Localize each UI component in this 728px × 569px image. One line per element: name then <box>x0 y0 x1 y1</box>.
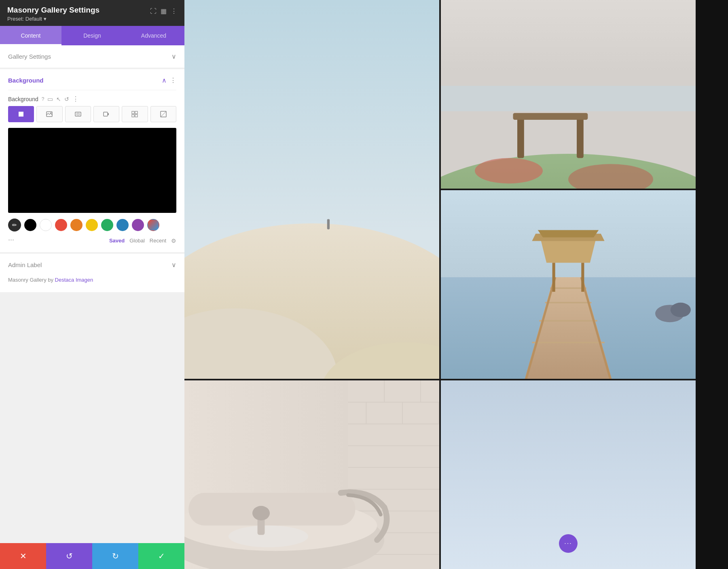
bg-type-pattern[interactable] <box>122 106 148 122</box>
gallery-image-room[interactable] <box>184 380 439 569</box>
color-tab-saved[interactable]: Saved <box>109 238 125 244</box>
swatch-yellow[interactable] <box>86 219 98 231</box>
cursor-icon[interactable]: ↖ <box>56 96 61 102</box>
admin-label-section: Admin Label ∨ Masonry Gallery by Destaca… <box>0 254 184 292</box>
right-panel: ··· <box>184 0 728 569</box>
swatch-purple[interactable] <box>132 219 144 231</box>
bg-type-photo[interactable] <box>65 106 91 122</box>
more-options-button[interactable]: ··· <box>559 534 578 553</box>
svg-rect-18 <box>327 219 330 229</box>
background-more-icon[interactable]: ⋮ <box>170 76 176 84</box>
svg-rect-22 <box>517 116 524 158</box>
swatch-blue[interactable] <box>116 219 129 231</box>
background-type-row <box>8 106 176 122</box>
gallery-area: ··· <box>184 0 696 569</box>
svg-point-1 <box>20 113 22 115</box>
gallery-image-sky[interactable]: ··· <box>441 380 696 569</box>
color-edit-button[interactable]: ✏ <box>8 219 21 231</box>
svg-rect-10 <box>132 115 134 117</box>
svg-marker-40 <box>538 230 599 238</box>
bg-type-image[interactable] <box>36 106 62 122</box>
background-row-label: Background <box>8 96 38 102</box>
panel-header: Masonry Gallery Settings Preset: Default… <box>0 0 184 26</box>
redo-button[interactable]: ↻ <box>92 543 138 569</box>
svg-rect-8 <box>132 111 134 114</box>
reset-icon[interactable]: ↺ <box>64 96 69 102</box>
gallery-settings-label: Gallery Settings <box>8 53 51 60</box>
panel-footer: ✕ ↺ ↻ ✓ <box>0 543 184 569</box>
more-options-icon[interactable]: ⋮ <box>171 7 177 15</box>
tab-design[interactable]: Design <box>61 26 123 45</box>
gallery-image-pier[interactable] <box>441 190 696 379</box>
admin-label-header[interactable]: Admin Label ∨ <box>0 254 184 276</box>
credit-link[interactable]: Destaca Imagen <box>55 277 93 283</box>
undo-button[interactable]: ↺ <box>46 543 92 569</box>
color-tab-recent[interactable]: Recent <box>150 238 166 244</box>
swatch-red[interactable] <box>55 219 67 231</box>
admin-label-title: Admin Label <box>8 261 42 268</box>
background-section: Background ∧ ⋮ Background ? ▭ ↖ ↺ ⋮ <box>0 69 184 252</box>
gallery-settings-chevron[interactable]: ∨ <box>171 53 176 60</box>
sidebar-icon[interactable]: ▦ <box>161 7 167 15</box>
background-section-header: Background ∧ ⋮ <box>8 69 176 90</box>
bg-type-mask[interactable] <box>150 106 176 122</box>
svg-point-42 <box>671 303 691 317</box>
undo-icon: ↺ <box>66 551 73 561</box>
svg-line-13 <box>161 111 166 117</box>
expand-icon[interactable]: ⛶ <box>150 8 157 15</box>
admin-credit: Masonry Gallery by Destaca Imagen <box>0 276 184 292</box>
gallery-settings-header[interactable]: Gallery Settings ∨ <box>0 45 184 68</box>
svg-rect-6 <box>104 112 108 116</box>
color-tabs-container: ··· Saved Global Recent ⚙ <box>8 236 176 244</box>
color-tabs: Saved Global Recent ⚙ <box>109 238 176 244</box>
close-button[interactable]: ✕ <box>0 543 46 569</box>
swatch-black[interactable] <box>24 219 36 231</box>
admin-label-chevron[interactable]: ∨ <box>171 261 176 269</box>
check-icon: ✓ <box>158 551 165 561</box>
gallery-settings-section: Gallery Settings ∨ <box>0 45 184 68</box>
help-icon[interactable]: ? <box>42 96 44 102</box>
gallery-image-bench[interactable] <box>441 0 696 189</box>
device-icon[interactable]: ▭ <box>47 96 53 103</box>
options-icon[interactable]: ⋮ <box>72 95 79 103</box>
svg-point-3 <box>51 113 52 114</box>
svg-rect-11 <box>135 115 138 117</box>
tab-advanced[interactable]: Advanced <box>123 26 184 45</box>
dark-sidebar <box>696 0 728 569</box>
save-button[interactable]: ✓ <box>138 543 184 569</box>
swatch-green[interactable] <box>101 219 113 231</box>
preset-dropdown[interactable]: ▾ <box>44 16 47 22</box>
bg-type-color[interactable] <box>8 106 34 122</box>
color-preview-box[interactable] <box>8 128 176 213</box>
panel-preset: Preset: Default ▾ <box>7 16 150 22</box>
bg-type-video[interactable] <box>93 106 119 122</box>
swatch-orange[interactable] <box>70 219 83 231</box>
svg-point-25 <box>475 158 543 184</box>
svg-rect-20 <box>441 86 696 111</box>
panel-body: Gallery Settings ∨ Background ∧ ⋮ Backgr… <box>0 45 184 543</box>
panel-tabs: Content Design Advanced <box>0 26 184 45</box>
svg-rect-24 <box>513 113 588 120</box>
svg-rect-9 <box>135 111 138 114</box>
svg-rect-60 <box>188 493 355 526</box>
background-collapse-icon[interactable]: ∧ <box>162 76 167 84</box>
panel-header-icons: ⛶ ▦ ⋮ <box>150 6 177 15</box>
pencil-icon: ✏ <box>12 222 17 228</box>
left-panel: Masonry Gallery Settings Preset: Default… <box>0 0 184 569</box>
svg-rect-4 <box>75 112 81 116</box>
background-label-row: Background ? ▭ ↖ ↺ ⋮ <box>8 90 176 106</box>
more-swatches-button[interactable]: ··· <box>8 236 14 244</box>
color-settings-icon[interactable]: ⚙ <box>171 238 176 244</box>
svg-point-63 <box>252 506 270 520</box>
svg-point-61 <box>229 525 308 547</box>
swatch-white[interactable] <box>40 219 52 231</box>
swatch-gradient[interactable] <box>147 219 159 231</box>
tab-content[interactable]: Content <box>0 26 61 45</box>
panel-header-left: Masonry Gallery Settings Preset: Default… <box>7 6 150 22</box>
svg-rect-5 <box>77 113 79 115</box>
color-swatches-row: ✏ <box>8 219 176 231</box>
color-tab-global[interactable]: Global <box>129 238 145 244</box>
redo-icon: ↻ <box>112 551 119 561</box>
background-label: Background <box>8 77 44 84</box>
gallery-image-desert[interactable] <box>184 0 439 379</box>
